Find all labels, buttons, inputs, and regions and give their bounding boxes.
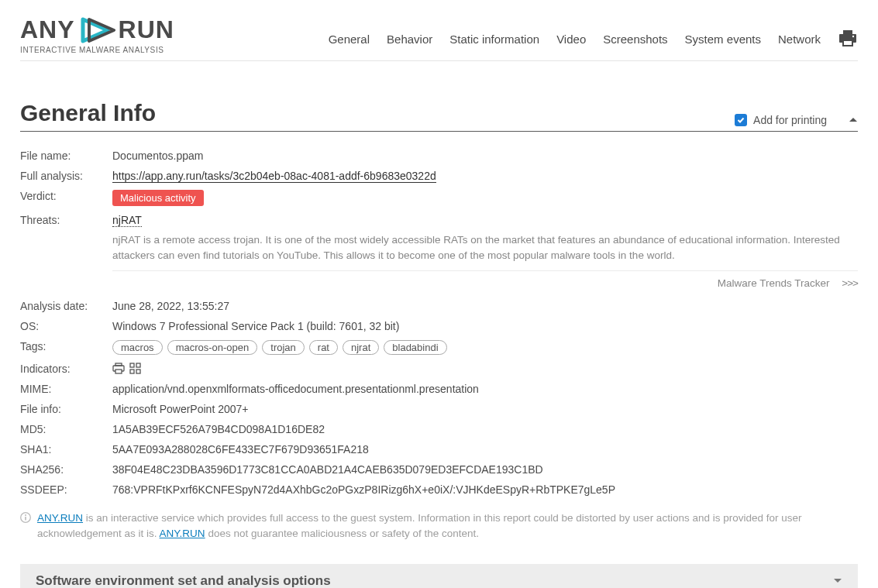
- logo-text-run: RUN: [119, 15, 174, 44]
- row-full-analysis: Full analysis: https://app.any.run/tasks…: [20, 166, 858, 186]
- svg-rect-4: [843, 40, 852, 46]
- printer-indicator-icon[interactable]: [112, 363, 125, 374]
- logo[interactable]: ANY RUN INTERACTIVE MALWARE ANALYSIS: [20, 15, 174, 54]
- svg-rect-10: [136, 363, 140, 367]
- nav-network[interactable]: Network: [778, 33, 821, 46]
- indicators-list: [112, 363, 858, 374]
- row-indicators: Indicators:: [20, 359, 858, 379]
- label-indicators: Indicators:: [20, 363, 112, 375]
- add-for-printing[interactable]: Add for printing: [735, 114, 858, 126]
- malware-trends-link[interactable]: Malware Trends Tracker: [718, 277, 830, 289]
- print-button[interactable]: [838, 29, 858, 50]
- label-mime: MIME:: [20, 383, 112, 395]
- value-fileinfo: Microsoft PowerPoint 2007+: [112, 403, 858, 415]
- printer-icon: [838, 29, 858, 47]
- row-filename: File name: Documentos.ppam: [20, 146, 858, 166]
- tag-njrat[interactable]: njrat: [343, 340, 379, 355]
- label-tags: Tags:: [20, 340, 112, 352]
- value-mime: application/vnd.openxmlformats-officedoc…: [112, 383, 858, 395]
- svg-rect-3: [843, 30, 852, 34]
- logo-subtitle: INTERACTIVE MALWARE ANALYSIS: [20, 46, 174, 54]
- value-ssdeep: 768:VPRFtKPxrf6KCNFESpyN72d4AXhbGc2oPGxz…: [112, 483, 858, 496]
- label-filename: File name:: [20, 150, 112, 162]
- svg-rect-15: [25, 517, 26, 521]
- add-print-label: Add for printing: [753, 114, 827, 126]
- nav-general[interactable]: General: [329, 33, 370, 46]
- row-threats: Threats: njRAT njRAT is a remote access …: [20, 210, 858, 296]
- link-full-analysis[interactable]: https://app.any.run/tasks/3c2b04eb-08ac-…: [112, 170, 436, 183]
- info-icon: [20, 512, 31, 523]
- svg-rect-12: [136, 370, 140, 373]
- svg-point-5: [852, 36, 854, 37]
- chevron-up-icon: [849, 116, 858, 124]
- row-sha1: SHA1: 5AA7E093A288028C6FE433EC7F679D9365…: [20, 439, 858, 459]
- disclaimer-text-2: does not guarantee maliciousness or safe…: [205, 528, 479, 539]
- tag-macros-on-open[interactable]: macros-on-open: [167, 340, 258, 355]
- tag-bladabindi[interactable]: bladabindi: [384, 340, 446, 355]
- nav-screenshots[interactable]: Screenshots: [603, 33, 667, 46]
- row-ssdeep: SSDEEP: 768:VPRFtKPxrf6KCNFESpyN72d4AXhb…: [20, 480, 858, 500]
- nav-behavior[interactable]: Behavior: [387, 33, 432, 46]
- chevron-down-icon: [833, 577, 842, 585]
- disclaimer-link-1[interactable]: ANY.RUN: [37, 512, 83, 524]
- label-sha1: SHA1:: [20, 443, 112, 456]
- value-sha256: 38F04E48C23DBA3596D1773C81CCA0ABD21A4CAE…: [112, 463, 858, 476]
- row-md5: MD5: 1A5AB39ECF526A79B4CD098A1D16DE82: [20, 419, 858, 439]
- disclaimer: ANY.RUN is an interactive service which …: [20, 511, 858, 542]
- row-sha256: SHA256: 38F04E48C23DBA3596D1773C81CCA0AB…: [20, 459, 858, 480]
- add-print-checkbox[interactable]: [735, 114, 747, 126]
- label-sha256: SHA256:: [20, 463, 112, 476]
- tag-macros[interactable]: macros: [112, 340, 163, 355]
- nav-video[interactable]: Video: [556, 33, 586, 46]
- top-nav: General Behavior Static information Vide…: [329, 29, 858, 54]
- verdict-badge: Malicious activity: [112, 190, 204, 206]
- threat-name-link[interactable]: njRAT: [112, 214, 142, 227]
- value-sha1: 5AA7E093A288028C6FE433EC7F679D93651FA218: [112, 443, 858, 456]
- label-analysis-date: Analysis date:: [20, 300, 112, 312]
- svg-point-14: [25, 514, 26, 516]
- nav-system-events[interactable]: System events: [685, 33, 761, 46]
- play-icon: [78, 16, 115, 44]
- svg-rect-8: [115, 370, 122, 373]
- row-os: OS: Windows 7 Professional Service Pack …: [20, 316, 858, 336]
- page-header: ANY RUN INTERACTIVE MALWARE ANALYSIS Gen…: [20, 15, 858, 61]
- value-analysis-date: June 28, 2022, 13:55:27: [112, 300, 858, 312]
- row-analysis-date: Analysis date: June 28, 2022, 13:55:27: [20, 296, 858, 316]
- software-env-title: Software environment set and analysis op…: [36, 573, 331, 588]
- software-env-panel[interactable]: Software environment set and analysis op…: [20, 564, 858, 588]
- tag-rat[interactable]: rat: [309, 340, 338, 355]
- section-title: General Info: [20, 100, 156, 126]
- threat-description: njRAT is a remote access trojan. It is o…: [112, 232, 858, 271]
- row-fileinfo: File info: Microsoft PowerPoint 2007+: [20, 399, 858, 419]
- label-threats: Threats:: [20, 214, 112, 226]
- label-md5: MD5:: [20, 423, 112, 435]
- label-fileinfo: File info:: [20, 403, 112, 415]
- nav-static[interactable]: Static information: [449, 33, 539, 46]
- label-verdict: Verdict:: [20, 190, 112, 202]
- svg-marker-1: [89, 19, 114, 41]
- malware-trends-arrows[interactable]: >>>: [842, 277, 858, 289]
- section-header: General Info Add for printing: [20, 100, 858, 132]
- tag-trojan[interactable]: trojan: [262, 340, 305, 355]
- value-md5: 1A5AB39ECF526A79B4CD098A1D16DE82: [112, 423, 858, 435]
- svg-rect-9: [130, 363, 134, 367]
- svg-rect-11: [130, 370, 134, 373]
- info-table: File name: Documentos.ppam Full analysis…: [20, 146, 858, 500]
- logo-text-any: ANY: [20, 15, 75, 44]
- grid-indicator-icon[interactable]: [129, 363, 141, 374]
- value-filename: Documentos.ppam: [112, 150, 858, 162]
- value-os: Windows 7 Professional Service Pack 1 (b…: [112, 320, 858, 332]
- collapse-section-button[interactable]: [833, 114, 858, 126]
- svg-rect-7: [115, 363, 122, 366]
- row-verdict: Verdict: Malicious activity: [20, 186, 858, 210]
- disclaimer-link-2[interactable]: ANY.RUN: [160, 528, 205, 539]
- label-os: OS:: [20, 320, 112, 332]
- label-full-analysis: Full analysis:: [20, 170, 112, 182]
- check-icon: [737, 116, 745, 124]
- disclaimer-text: ANY.RUN is an interactive service which …: [37, 511, 858, 542]
- tags-list: macros macros-on-open trojan rat njrat b…: [112, 340, 858, 355]
- row-tags: Tags: macros macros-on-open trojan rat n…: [20, 336, 858, 359]
- label-ssdeep: SSDEEP:: [20, 483, 112, 496]
- row-mime: MIME: application/vnd.openxmlformats-off…: [20, 379, 858, 399]
